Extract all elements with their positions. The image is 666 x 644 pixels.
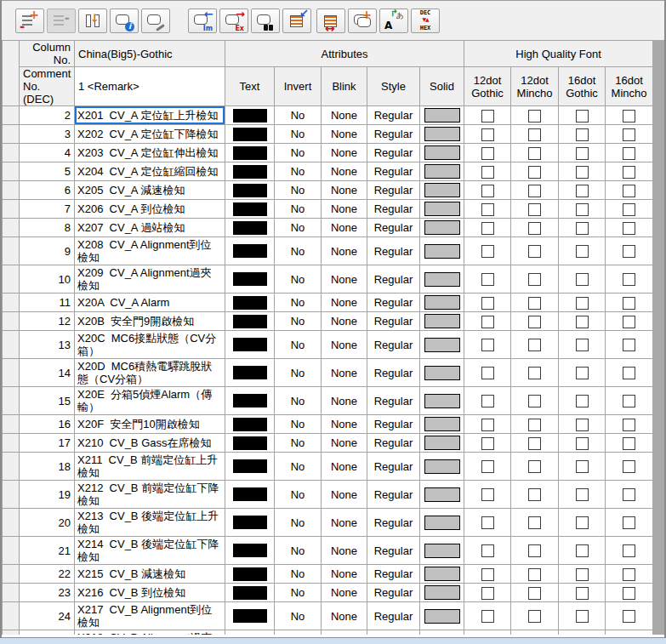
text-color-cell[interactable] [225, 200, 275, 219]
invert-cell[interactable]: No [275, 200, 322, 219]
solid-color-cell[interactable] [420, 537, 464, 565]
row-gutter[interactable] [3, 125, 20, 144]
blink-cell[interactable]: None [322, 331, 367, 359]
invert-cell[interactable]: No [275, 125, 322, 144]
row-gutter[interactable] [3, 565, 20, 584]
text-color-cell[interactable] [225, 415, 275, 434]
comment-number-cell[interactable]: 22 [20, 565, 75, 584]
12dot-gothic-checkbox[interactable] [481, 185, 494, 197]
12dot-mincho-checkbox[interactable] [528, 316, 541, 328]
12dot-mincho-checkbox[interactable] [528, 568, 541, 581]
comment-text-cell[interactable]: X20F 安全門10開啟檢知 [75, 415, 225, 434]
solid-color-cell[interactable] [420, 509, 464, 537]
row-gutter[interactable] [3, 509, 20, 537]
comment-number-cell[interactable]: 2 [20, 106, 75, 125]
comment-text-cell[interactable]: X20C MC6接點狀態（CV分箱） [75, 331, 225, 359]
solid-color-cell[interactable] [420, 565, 464, 584]
comment-text-cell[interactable]: X214 CV_B 後端定位缸下降檢知 [75, 537, 225, 565]
16dot-mincho-checkbox[interactable] [623, 339, 635, 351]
row-gutter[interactable] [3, 359, 20, 387]
blink-cell[interactable]: None [322, 537, 367, 565]
invert-cell[interactable]: No [275, 181, 322, 200]
16dot-gothic-checkbox[interactable] [576, 297, 589, 310]
16dot-gothic-checkbox[interactable] [576, 367, 589, 379]
style-cell[interactable]: Regular [367, 481, 420, 509]
text-color-cell[interactable] [225, 331, 275, 359]
12dot-mincho-checkbox[interactable] [528, 610, 541, 623]
blink-cell[interactable]: None [322, 415, 367, 434]
16dot-mincho-checkbox[interactable] [623, 460, 635, 473]
comment-text-cell[interactable]: X20D MC6積熱電驛跳脫狀態（CV分箱） [75, 359, 225, 387]
row-gutter[interactable] [3, 584, 20, 602]
row-gutter[interactable] [3, 453, 20, 481]
16dot-gothic-checkbox[interactable] [576, 147, 589, 160]
dec-hex-toggle-button[interactable]: DEC▼▲HEX [411, 9, 440, 33]
blink-cell[interactable]: None [322, 359, 367, 387]
12dot-mincho-checkbox[interactable] [528, 147, 541, 160]
blink-cell[interactable]: None [322, 434, 367, 453]
16dot-gothic-checkbox[interactable] [576, 110, 589, 123]
16dot-mincho-checkbox[interactable] [623, 395, 635, 407]
16dot-gothic-checkbox[interactable] [576, 166, 589, 179]
12dot-mincho-checkbox[interactable] [528, 222, 541, 235]
comment-number-cell[interactable]: 18 [20, 453, 75, 481]
comment-information-button[interactable]: i [110, 9, 139, 33]
comment-text-cell[interactable]: X210 CV_B Gass在席檢知 [75, 434, 225, 453]
text-color-cell[interactable] [225, 453, 275, 481]
comment-text-cell[interactable]: X208 CV_A Alignment到位檢知 [75, 237, 225, 265]
16dot-gothic-checkbox[interactable] [576, 568, 589, 581]
blink-cell[interactable]: None [322, 106, 367, 125]
style-cell[interactable]: Regular [367, 312, 420, 331]
style-cell[interactable]: Regular [367, 537, 420, 565]
text-color-cell[interactable] [225, 509, 275, 537]
blink-cell[interactable]: None [322, 219, 367, 237]
12dot-mincho-checkbox[interactable] [528, 339, 541, 351]
invert-cell[interactable]: No [275, 219, 322, 237]
blink-cell[interactable]: None [322, 181, 367, 200]
invert-cell[interactable]: No [275, 331, 322, 359]
12dot-gothic-checkbox[interactable] [481, 316, 494, 328]
invert-cell[interactable]: No [275, 584, 322, 602]
text-color-cell[interactable] [225, 294, 275, 312]
style-cell[interactable]: Regular [367, 602, 420, 630]
12dot-gothic-checkbox[interactable] [481, 147, 494, 160]
comment-text-cell[interactable]: X201 CV_A 定位缸上升檢知 [75, 106, 225, 125]
style-cell[interactable]: Regular [367, 565, 420, 584]
16dot-gothic-checkbox[interactable] [576, 339, 589, 351]
style-cell[interactable]: Regular [367, 200, 420, 219]
solid-color-cell[interactable] [420, 237, 464, 265]
12dot-gothic-checkbox[interactable] [481, 544, 494, 557]
text-color-cell[interactable] [225, 565, 275, 584]
comment-text-cell[interactable]: X20A CV_A Alarm [75, 294, 225, 312]
text-color-cell[interactable] [225, 481, 275, 509]
comment-number-cell[interactable]: 14 [20, 359, 75, 387]
text-color-cell[interactable] [225, 219, 275, 237]
16dot-mincho-checkbox[interactable] [623, 367, 635, 379]
invert-cell[interactable]: No [275, 481, 322, 509]
comment-text-cell[interactable]: X203 CV_A 定位缸伸出檢知 [75, 144, 225, 162]
row-gutter[interactable] [3, 387, 20, 415]
text-color-cell[interactable] [225, 265, 275, 294]
solid-color-cell[interactable] [420, 312, 464, 331]
16dot-gothic-checkbox[interactable] [576, 245, 589, 258]
comment-number-cell[interactable]: 21 [20, 537, 75, 565]
comment-number-cell[interactable]: 20 [20, 509, 75, 537]
16dot-gothic-checkbox[interactable] [576, 273, 589, 286]
12dot-gothic-checkbox[interactable] [481, 610, 494, 623]
12dot-gothic-checkbox[interactable] [481, 488, 494, 501]
blink-cell[interactable]: None [322, 125, 367, 144]
12dot-mincho-checkbox[interactable] [528, 367, 541, 379]
adjust-column-width-button[interactable]: ↔ [316, 9, 345, 33]
solid-color-cell[interactable] [420, 481, 464, 509]
row-gutter[interactable] [3, 219, 20, 237]
12dot-mincho-checkbox[interactable] [528, 203, 541, 216]
invert-cell[interactable]: No [275, 434, 322, 453]
12dot-gothic-checkbox[interactable] [481, 245, 494, 258]
16dot-gothic-checkbox[interactable] [576, 587, 589, 600]
blink-cell[interactable]: None [322, 294, 367, 312]
12dot-mincho-checkbox[interactable] [528, 185, 541, 197]
16dot-gothic-checkbox[interactable] [576, 488, 589, 501]
text-color-cell[interactable] [225, 584, 275, 602]
16dot-gothic-checkbox[interactable] [576, 610, 589, 623]
12dot-mincho-checkbox[interactable] [528, 516, 541, 529]
